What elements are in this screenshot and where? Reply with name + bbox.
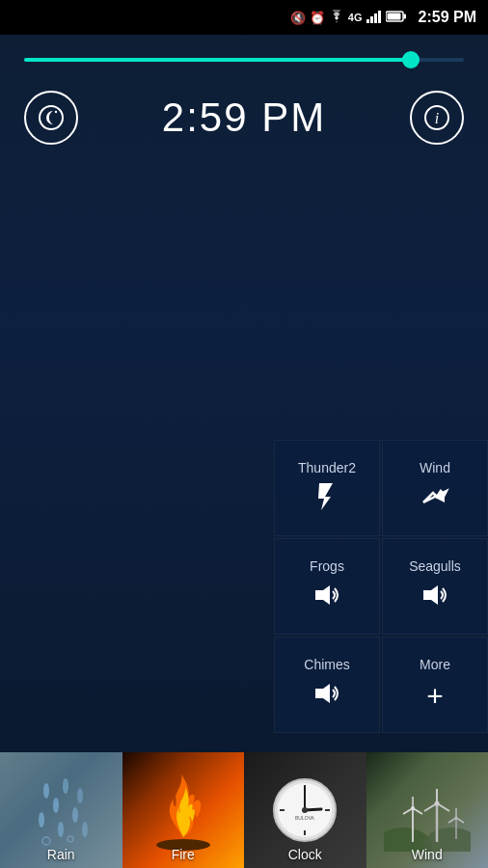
svg-rect-2 [374, 14, 377, 23]
thumb-clock[interactable]: BULOVA Clock [244, 752, 366, 868]
wind-label: Wind [420, 460, 450, 475]
sound-thunder2[interactable]: Thunder2 [274, 440, 380, 536]
lte-icon: 4G [348, 12, 363, 23]
svg-marker-16 [315, 684, 330, 703]
frogs-label: Frogs [310, 558, 344, 574]
slider-thumb [402, 51, 420, 68]
thumb-wind[interactable]: Wind [366, 752, 489, 868]
more-plus-icon: + [426, 680, 444, 713]
status-icons: 🔇 ⏰ 4G [290, 10, 407, 26]
svg-text:i: i [434, 110, 438, 126]
clock-label: Clock [244, 847, 366, 862]
svg-point-7 [40, 106, 63, 129]
bottom-bar: Rain Fire [0, 752, 488, 868]
sound-seagulls[interactable]: Seagulls [382, 538, 488, 635]
wifi-icon [329, 10, 344, 26]
wind-visual [384, 770, 471, 852]
svg-marker-11 [318, 483, 333, 510]
svg-rect-0 [366, 19, 369, 23]
svg-point-18 [53, 798, 59, 813]
status-bar: 🔇 ⏰ 4G [0, 0, 488, 35]
svg-point-25 [42, 837, 50, 845]
fire-visual [154, 770, 212, 852]
time-row: 2:59 PM i [24, 91, 463, 145]
signal-icon [366, 10, 382, 26]
info-button[interactable]: i [410, 91, 464, 145]
sound-wind[interactable]: Wind [382, 440, 488, 536]
wind-label-bottom: Wind [366, 847, 489, 862]
slider-fill [24, 58, 411, 62]
progress-slider[interactable] [24, 58, 463, 62]
svg-point-8 [55, 111, 57, 113]
slider-track[interactable] [24, 58, 463, 62]
svg-point-20 [63, 778, 68, 794]
svg-marker-15 [423, 585, 438, 605]
main-area: 2:59 PM i Thunder2 Wind [0, 35, 488, 752]
more-label: More [420, 657, 450, 672]
battery-icon [386, 11, 407, 25]
sound-more[interactable]: More + [382, 637, 488, 733]
frogs-icon [312, 582, 342, 614]
status-time: 2:59 PM [419, 9, 476, 26]
thumb-fire[interactable]: Fire [122, 752, 245, 868]
fire-label: Fire [122, 847, 245, 862]
mute-icon: 🔇 [290, 11, 306, 25]
svg-point-21 [72, 807, 78, 823]
svg-point-17 [43, 783, 49, 799]
rain-label: Rain [0, 847, 122, 862]
svg-point-19 [39, 812, 44, 827]
svg-marker-14 [315, 585, 330, 605]
svg-rect-3 [378, 11, 381, 23]
svg-rect-1 [370, 16, 373, 23]
seagulls-icon [420, 582, 450, 614]
svg-point-23 [58, 822, 64, 837]
clock-visual: BULOVA [271, 776, 339, 844]
svg-point-36 [302, 807, 308, 813]
sound-grid: Thunder2 Wind Frogs [274, 440, 488, 733]
svg-rect-5 [403, 14, 406, 18]
svg-point-24 [82, 822, 88, 837]
thunder2-icon [312, 483, 342, 516]
clock-display: 2:59 PM [162, 95, 326, 141]
thunder2-label: Thunder2 [298, 460, 356, 475]
svg-point-26 [68, 836, 73, 842]
sleep-button[interactable] [24, 91, 78, 145]
chimes-icon [312, 680, 342, 713]
svg-rect-6 [387, 13, 400, 19]
seagulls-label: Seagulls [409, 558, 461, 574]
sound-frogs[interactable]: Frogs [274, 538, 380, 635]
chimes-label: Chimes [304, 657, 349, 672]
sound-chimes[interactable]: Chimes [274, 637, 380, 733]
wind-sound-icon [420, 483, 450, 516]
svg-point-22 [77, 788, 83, 803]
alarm-icon: ⏰ [310, 11, 325, 25]
svg-text:BULOVA: BULOVA [295, 815, 315, 821]
thumb-rain[interactable]: Rain [0, 752, 122, 868]
rain-visual [27, 772, 95, 849]
